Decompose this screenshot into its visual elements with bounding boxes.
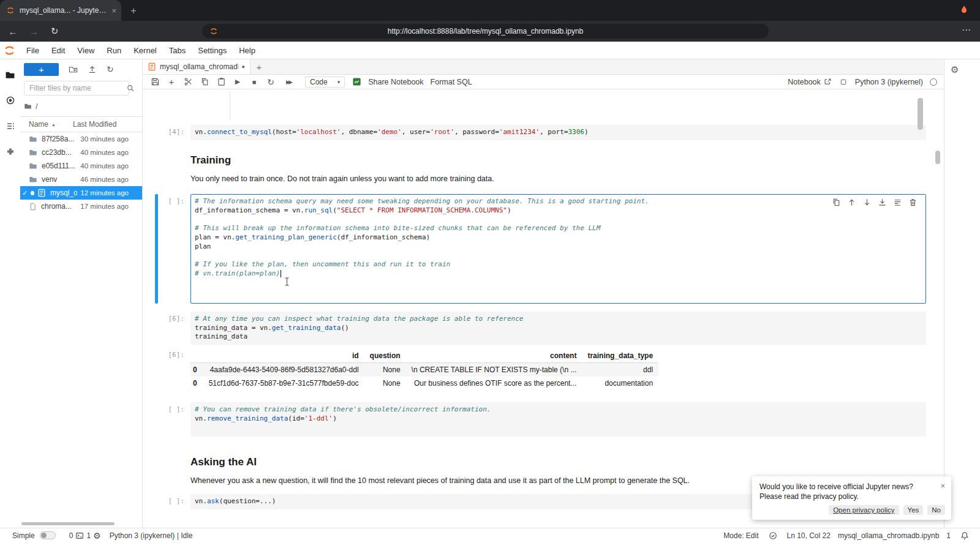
simple-mode-toggle[interactable] — [40, 531, 56, 539]
new-launcher-button[interactable]: + — [24, 63, 59, 76]
insert-cell-below-icon[interactable] — [878, 198, 887, 207]
file-row[interactable]: chroma...17 minutes ago — [20, 200, 142, 213]
cell-prompt: [ ]: — [143, 402, 190, 437]
code-cell: [ ]:# The information schema query may n… — [143, 194, 926, 304]
code-editor[interactable]: # At any time you can inspect what train… — [190, 312, 926, 345]
dataframe-cell: None — [364, 363, 406, 377]
file-browser-tab-icon[interactable] — [0, 64, 20, 85]
filter-files-input[interactable] — [24, 81, 129, 96]
file-name: e05d111... — [42, 162, 75, 170]
tab-close-icon[interactable]: × — [111, 6, 116, 15]
open-privacy-policy-button[interactable]: Open privacy policy — [829, 505, 899, 515]
dataframe-column-header: question — [364, 349, 406, 363]
kernel-status-icon[interactable] — [930, 78, 937, 86]
interrupt-kernel-icon[interactable]: ■ — [249, 77, 259, 87]
jupyterlab-menubar: FileEditViewRunKernelTabsSettingsHelp — [0, 42, 980, 59]
back-icon[interactable]: ← — [5, 26, 21, 37]
menu-view[interactable]: View — [71, 46, 100, 55]
menu-help[interactable]: Help — [233, 46, 262, 55]
markdown-cell[interactable]: TrainingYou only need to train once. Do … — [143, 151, 926, 184]
restart-run-all-icon[interactable]: ▶▶ — [282, 77, 295, 87]
modified-column-header[interactable]: Last Modified — [73, 120, 116, 129]
kernel-status-text[interactable]: Python 3 (ipykernel) | Idle — [110, 531, 193, 540]
menu-kernel[interactable]: Kernel — [127, 46, 163, 55]
running-sessions-tab-icon[interactable] — [0, 90, 20, 111]
cut-cell-icon[interactable] — [183, 77, 193, 87]
copy-cell-icon[interactable] — [200, 77, 209, 87]
file-row[interactable]: ✓mysql_ol...12 minutes ago — [20, 186, 142, 200]
file-row[interactable]: cc23db...40 minutes ago — [20, 146, 142, 159]
yes-button[interactable]: Yes — [903, 505, 924, 515]
property-inspector-icon[interactable]: ⚙ — [951, 64, 959, 75]
new-folder-icon[interactable] — [69, 65, 78, 74]
menu-edit[interactable]: Edit — [45, 46, 71, 55]
notebook-tab[interactable]: mysql_ollama_chromadb.ip ● — [143, 59, 251, 74]
extensions-tab-icon[interactable] — [0, 141, 20, 162]
horizontal-scrollbar[interactable] — [21, 522, 115, 525]
file-list-header[interactable]: Name ▲ Last Modified — [20, 116, 142, 132]
browser-menu-icon[interactable]: ⋯ — [962, 24, 971, 36]
breadcrumb[interactable]: / — [20, 96, 142, 111]
notebook-link-label: Notebook — [788, 78, 821, 86]
address-bar[interactable]: http://localhost:8888/lab/tree/mysql_oll… — [202, 24, 769, 39]
notebook-toolbar: + ▶ ■ ↻ ▶▶ Code ▾ Share Notebook Format … — [143, 75, 943, 89]
code-editor[interactable]: vn.connect_to_mysql(host='localhost', db… — [190, 125, 926, 140]
paste-cell-icon[interactable] — [216, 77, 226, 87]
cell-prompt: [4]: — [143, 125, 190, 140]
bell-icon[interactable] — [960, 531, 969, 540]
notebook-scrollbar[interactable] — [918, 98, 923, 130]
duplicate-cell-icon[interactable] — [832, 198, 841, 207]
file-row[interactable]: e05d111...40 minutes ago — [20, 159, 142, 173]
browser-tab-strip: mysql_ollama... - JupyterLab × + — [0, 0, 980, 21]
gear-icon[interactable]: ⚙ — [93, 531, 101, 541]
menu-run[interactable]: Run — [100, 46, 127, 55]
search-icon — [126, 84, 135, 92]
new-tab-button[interactable]: + — [126, 4, 141, 18]
delete-cell-icon[interactable] — [908, 198, 918, 207]
code-editor[interactable]: # You can remove training data if there'… — [190, 402, 926, 437]
format-cell-icon[interactable] — [893, 198, 902, 207]
name-column-header[interactable]: Name — [29, 120, 48, 129]
cell-collapser[interactable] — [155, 194, 158, 304]
move-cell-down-icon[interactable] — [862, 198, 872, 207]
forward-icon[interactable]: → — [26, 26, 42, 37]
move-cell-up-icon[interactable] — [847, 198, 856, 207]
format-sql-button[interactable]: Format SQL — [431, 78, 472, 86]
outer-scrollbar[interactable] — [935, 151, 940, 164]
terminal-icon[interactable] — [75, 531, 84, 540]
file-modified: 40 minutes ago — [80, 149, 129, 156]
folder-icon — [29, 148, 37, 157]
menu-file[interactable]: File — [20, 46, 45, 55]
menubar-items: FileEditViewRunKernelTabsSettingsHelp — [20, 45, 262, 56]
unsaved-changes-dot[interactable]: ● — [242, 64, 245, 70]
save-icon[interactable] — [150, 77, 160, 87]
notebook-link-button[interactable]: Notebook — [788, 78, 832, 86]
browser-tab[interactable]: mysql_ollama... - JupyterLab × — [0, 0, 121, 21]
file-modified: 30 minutes ago — [80, 135, 129, 143]
kernel-name[interactable]: Python 3 (ipykernel) — [855, 78, 923, 86]
new-document-tab[interactable]: + — [251, 59, 268, 74]
file-row[interactable]: 87f258a...30 minutes ago — [20, 132, 142, 146]
cell-type-dropdown[interactable]: Code ▾ — [305, 77, 345, 88]
dataframe-column-header: id — [203, 349, 364, 363]
breadcrumb-root[interactable]: / — [36, 102, 38, 111]
share-notebook-button[interactable]: Share Notebook — [368, 78, 423, 86]
code-editor[interactable]: # The information schema query may need … — [190, 194, 926, 304]
add-cell-icon[interactable]: + — [167, 77, 176, 87]
table-of-contents-tab-icon[interactable] — [0, 116, 20, 137]
dataframe-output: idquestioncontenttraining_data_type04aaf… — [190, 349, 658, 390]
reload-icon[interactable]: ↻ — [47, 26, 62, 37]
no-button[interactable]: No — [927, 505, 945, 515]
file-row[interactable]: venv46 minutes ago — [20, 173, 142, 186]
run-cell-icon[interactable]: ▶ — [233, 77, 243, 87]
refresh-icon[interactable]: ↻ — [107, 64, 114, 74]
close-icon[interactable]: × — [940, 481, 945, 490]
menu-tabs[interactable]: Tabs — [163, 46, 192, 55]
cursor-position[interactable]: Ln 10, Col 22 — [787, 531, 831, 540]
dataframe-cell: 4aafa9de-6443-5409-86f9-5d581327d6a0-ddl — [203, 363, 364, 377]
upload-icon[interactable] — [88, 65, 97, 74]
restart-kernel-icon[interactable]: ↻ — [266, 77, 276, 87]
text-cursor — [284, 277, 290, 286]
sql-extension-icon[interactable] — [352, 77, 361, 87]
menu-settings[interactable]: Settings — [192, 46, 233, 55]
